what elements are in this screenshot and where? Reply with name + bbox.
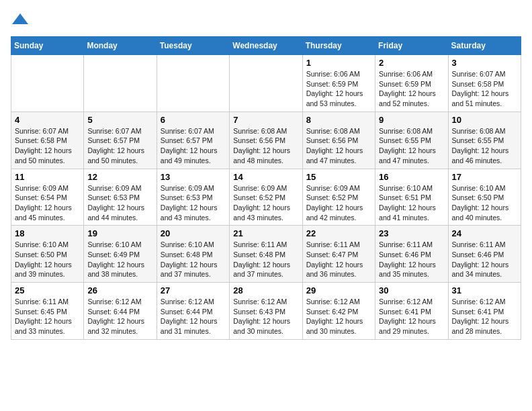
weekday-header: Tuesday [157, 37, 229, 55]
day-number: 27 [161, 285, 226, 295]
day-number: 21 [233, 228, 298, 238]
calendar-cell [230, 55, 302, 112]
cell-content: Sunrise: 6:08 AM Sunset: 6:55 PM Dayligh… [379, 126, 444, 166]
day-number: 11 [15, 172, 80, 182]
day-number: 10 [452, 115, 517, 125]
calendar-cell: 9Sunrise: 6:08 AM Sunset: 6:55 PM Daylig… [375, 111, 448, 169]
cell-content: Sunrise: 6:11 AM Sunset: 6:47 PM Dayligh… [306, 240, 371, 279]
day-number: 13 [161, 172, 226, 182]
cell-content: Sunrise: 6:12 AM Sunset: 6:41 PM Dayligh… [452, 297, 517, 336]
day-number: 19 [87, 228, 152, 238]
calendar-row: 1Sunrise: 6:06 AM Sunset: 6:59 PM Daylig… [11, 55, 521, 112]
calendar-cell: 6Sunrise: 6:07 AM Sunset: 6:57 PM Daylig… [157, 111, 229, 169]
calendar-cell: 21Sunrise: 6:11 AM Sunset: 6:48 PM Dayli… [230, 226, 302, 283]
calendar-cell: 31Sunrise: 6:12 AM Sunset: 6:41 PM Dayli… [448, 283, 521, 340]
cell-content: Sunrise: 6:10 AM Sunset: 6:49 PM Dayligh… [87, 240, 152, 279]
day-number: 15 [306, 172, 371, 182]
cell-content: Sunrise: 6:06 AM Sunset: 6:59 PM Dayligh… [379, 69, 444, 109]
calendar-cell: 2Sunrise: 6:06 AM Sunset: 6:59 PM Daylig… [375, 55, 448, 112]
cell-content: Sunrise: 6:09 AM Sunset: 6:53 PM Dayligh… [161, 183, 226, 223]
cell-content: Sunrise: 6:12 AM Sunset: 6:44 PM Dayligh… [87, 297, 152, 336]
cell-content: Sunrise: 6:07 AM Sunset: 6:57 PM Dayligh… [161, 126, 226, 166]
day-number: 26 [87, 285, 152, 295]
calendar-cell [84, 55, 157, 112]
calendar-row: 11Sunrise: 6:09 AM Sunset: 6:54 PM Dayli… [11, 169, 521, 226]
calendar-cell: 19Sunrise: 6:10 AM Sunset: 6:49 PM Dayli… [84, 226, 157, 283]
cell-content: Sunrise: 6:11 AM Sunset: 6:45 PM Dayligh… [15, 297, 80, 336]
page-header [11, 11, 521, 30]
cell-content: Sunrise: 6:08 AM Sunset: 6:55 PM Dayligh… [452, 126, 517, 166]
day-number: 18 [15, 228, 80, 238]
svg-marker-0 [12, 13, 28, 24]
calendar-cell: 27Sunrise: 6:12 AM Sunset: 6:44 PM Dayli… [157, 283, 229, 340]
calendar-cell: 28Sunrise: 6:12 AM Sunset: 6:43 PM Dayli… [230, 283, 302, 340]
calendar-cell: 20Sunrise: 6:10 AM Sunset: 6:48 PM Dayli… [157, 226, 229, 283]
calendar-cell: 17Sunrise: 6:10 AM Sunset: 6:50 PM Dayli… [448, 169, 521, 226]
calendar-cell: 24Sunrise: 6:11 AM Sunset: 6:46 PM Dayli… [448, 226, 521, 283]
cell-content: Sunrise: 6:07 AM Sunset: 6:58 PM Dayligh… [15, 126, 80, 166]
calendar-cell: 4Sunrise: 6:07 AM Sunset: 6:58 PM Daylig… [11, 111, 84, 169]
day-number: 23 [379, 228, 444, 238]
calendar-row: 25Sunrise: 6:11 AM Sunset: 6:45 PM Dayli… [11, 283, 521, 340]
calendar-header: SundayMondayTuesdayWednesdayThursdayFrid… [11, 37, 521, 55]
cell-content: Sunrise: 6:09 AM Sunset: 6:52 PM Dayligh… [233, 183, 298, 223]
calendar-cell: 18Sunrise: 6:10 AM Sunset: 6:50 PM Dayli… [11, 226, 84, 283]
cell-content: Sunrise: 6:09 AM Sunset: 6:52 PM Dayligh… [306, 183, 371, 223]
calendar-row: 18Sunrise: 6:10 AM Sunset: 6:50 PM Dayli… [11, 226, 521, 283]
cell-content: Sunrise: 6:12 AM Sunset: 6:42 PM Dayligh… [306, 297, 371, 336]
cell-content: Sunrise: 6:12 AM Sunset: 6:44 PM Dayligh… [161, 297, 226, 336]
calendar-cell: 11Sunrise: 6:09 AM Sunset: 6:54 PM Dayli… [11, 169, 84, 226]
weekday-header: Monday [84, 37, 157, 55]
day-number: 4 [15, 115, 80, 125]
cell-content: Sunrise: 6:08 AM Sunset: 6:56 PM Dayligh… [233, 126, 298, 166]
calendar-cell: 8Sunrise: 6:08 AM Sunset: 6:56 PM Daylig… [302, 111, 375, 169]
day-number: 6 [161, 115, 226, 125]
cell-content: Sunrise: 6:12 AM Sunset: 6:43 PM Dayligh… [233, 297, 298, 336]
cell-content: Sunrise: 6:10 AM Sunset: 6:50 PM Dayligh… [15, 240, 80, 279]
day-number: 3 [452, 58, 517, 68]
cell-content: Sunrise: 6:11 AM Sunset: 6:48 PM Dayligh… [233, 240, 298, 279]
cell-content: Sunrise: 6:09 AM Sunset: 6:53 PM Dayligh… [87, 183, 152, 223]
cell-content: Sunrise: 6:10 AM Sunset: 6:50 PM Dayligh… [452, 183, 517, 223]
day-number: 22 [306, 228, 371, 238]
header-row: SundayMondayTuesdayWednesdayThursdayFrid… [11, 37, 521, 55]
calendar-cell: 3Sunrise: 6:07 AM Sunset: 6:58 PM Daylig… [448, 55, 521, 112]
calendar-cell: 16Sunrise: 6:10 AM Sunset: 6:51 PM Dayli… [375, 169, 448, 226]
cell-content: Sunrise: 6:11 AM Sunset: 6:46 PM Dayligh… [379, 240, 444, 279]
day-number: 31 [452, 285, 517, 295]
weekday-header: Thursday [302, 37, 375, 55]
day-number: 14 [233, 172, 298, 182]
calendar-table: SundayMondayTuesdayWednesdayThursdayFrid… [11, 36, 521, 340]
calendar-cell: 10Sunrise: 6:08 AM Sunset: 6:55 PM Dayli… [448, 111, 521, 169]
logo [11, 11, 32, 30]
day-number: 9 [379, 115, 444, 125]
cell-content: Sunrise: 6:10 AM Sunset: 6:51 PM Dayligh… [379, 183, 444, 223]
weekday-header: Saturday [448, 37, 521, 55]
calendar-cell: 29Sunrise: 6:12 AM Sunset: 6:42 PM Dayli… [302, 283, 375, 340]
logo-icon [11, 11, 30, 30]
calendar-body: 1Sunrise: 6:06 AM Sunset: 6:59 PM Daylig… [11, 55, 521, 340]
cell-content: Sunrise: 6:07 AM Sunset: 6:57 PM Dayligh… [87, 126, 152, 166]
calendar-cell: 15Sunrise: 6:09 AM Sunset: 6:52 PM Dayli… [302, 169, 375, 226]
weekday-header: Friday [375, 37, 448, 55]
cell-content: Sunrise: 6:10 AM Sunset: 6:48 PM Dayligh… [161, 240, 226, 279]
calendar-cell: 26Sunrise: 6:12 AM Sunset: 6:44 PM Dayli… [84, 283, 157, 340]
day-number: 28 [233, 285, 298, 295]
day-number: 2 [379, 58, 444, 68]
calendar-cell: 13Sunrise: 6:09 AM Sunset: 6:53 PM Dayli… [157, 169, 229, 226]
day-number: 7 [233, 115, 298, 125]
calendar-row: 4Sunrise: 6:07 AM Sunset: 6:58 PM Daylig… [11, 111, 521, 169]
calendar-cell: 30Sunrise: 6:12 AM Sunset: 6:41 PM Dayli… [375, 283, 448, 340]
calendar-cell [157, 55, 229, 112]
calendar-cell: 7Sunrise: 6:08 AM Sunset: 6:56 PM Daylig… [230, 111, 302, 169]
cell-content: Sunrise: 6:12 AM Sunset: 6:41 PM Dayligh… [379, 297, 444, 336]
day-number: 5 [87, 115, 152, 125]
cell-content: Sunrise: 6:11 AM Sunset: 6:46 PM Dayligh… [452, 240, 517, 279]
day-number: 1 [306, 58, 371, 68]
cell-content: Sunrise: 6:06 AM Sunset: 6:59 PM Dayligh… [306, 69, 371, 109]
calendar-cell: 23Sunrise: 6:11 AM Sunset: 6:46 PM Dayli… [375, 226, 448, 283]
weekday-header: Sunday [11, 37, 84, 55]
calendar-cell: 5Sunrise: 6:07 AM Sunset: 6:57 PM Daylig… [84, 111, 157, 169]
weekday-header: Wednesday [230, 37, 302, 55]
calendar-cell: 1Sunrise: 6:06 AM Sunset: 6:59 PM Daylig… [302, 55, 375, 112]
